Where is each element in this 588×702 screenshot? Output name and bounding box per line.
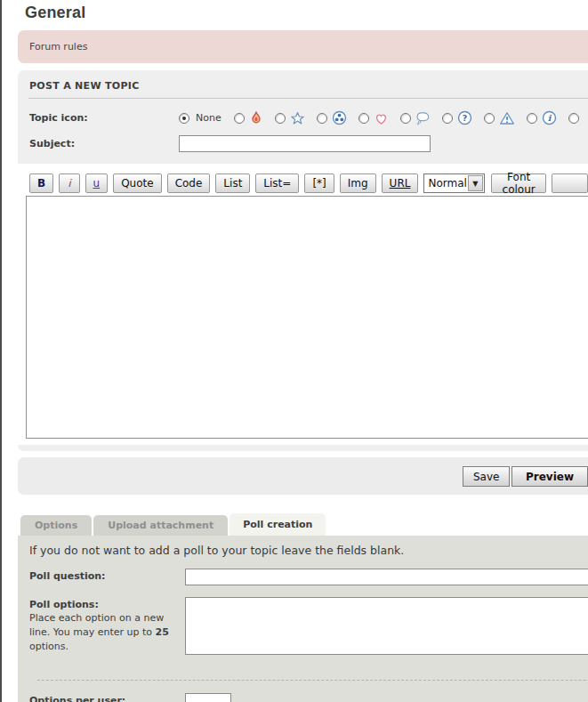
topic-icon-label: Topic icon: <box>29 112 179 124</box>
topic-icon-radio-heart[interactable] <box>358 113 369 124</box>
poll-question-row: Poll question: <box>28 569 588 585</box>
subject-input[interactable] <box>179 135 431 152</box>
balls-icon <box>332 110 347 125</box>
editor-panel-bottom <box>18 445 588 451</box>
topic-icon-list: None <box>179 110 588 125</box>
topic-icon-radio-bubble[interactable] <box>400 113 411 124</box>
tab-upload-attachment[interactable]: Upload attachment <box>93 515 228 536</box>
poll-intro-text: If you do not want to add a poll to your… <box>28 544 588 557</box>
forum-rules-label: Forum rules <box>29 41 87 52</box>
subject-label: Subject: <box>29 135 179 149</box>
toolbar-partial-button[interactable] <box>552 173 588 193</box>
options-per-user-input[interactable] <box>185 693 231 702</box>
page-title: General <box>25 4 588 22</box>
question-icon: ? <box>457 110 472 125</box>
topic-icon-option-bubble <box>400 110 431 125</box>
bbcode-toolbar: B i u Quote Code List List= [*] Img URL … <box>29 173 588 193</box>
topic-icon-option-star <box>275 111 305 125</box>
forum-rules-banner[interactable]: Forum rules <box>18 30 588 63</box>
italic-button[interactable]: i <box>59 173 79 193</box>
actions-panel: Save Preview <box>18 457 588 495</box>
topic-icon-row: Topic icon: None <box>28 99 588 129</box>
preview-button[interactable]: Preview <box>511 466 588 487</box>
svg-text:!: ! <box>505 115 509 124</box>
font-size-select[interactable]: Normal ▼ <box>423 173 484 193</box>
heart-icon <box>374 111 389 125</box>
topic-icon-option-question: ? <box>442 110 472 125</box>
poll-options-row: Poll options: Place each option on a new… <box>28 597 588 655</box>
fire-icon <box>249 111 263 125</box>
topic-icon-option-balls <box>317 110 347 125</box>
tab-bar: Options Upload attachment Poll creation <box>20 513 588 536</box>
poll-options-max: 25 <box>156 626 169 638</box>
list-eq-button[interactable]: List= <box>255 173 299 193</box>
topic-icon-none-label: None <box>196 112 222 124</box>
underline-button[interactable]: u <box>85 173 109 193</box>
poll-question-label: Poll question: <box>29 570 185 582</box>
topic-icon-radio-info[interactable] <box>527 113 537 124</box>
info-icon: i <box>542 110 557 125</box>
img-button[interactable]: Img <box>340 173 376 193</box>
tab-options[interactable]: Options <box>20 515 92 536</box>
star-icon <box>290 111 305 125</box>
poll-options-label: Poll options: <box>29 599 185 610</box>
list-button[interactable]: List <box>215 173 250 193</box>
post-form-panel: POST A NEW TOPIC Topic icon: None <box>18 70 588 164</box>
tab-poll-creation[interactable]: Poll creation <box>230 513 326 536</box>
warning-icon: ! <box>499 111 515 125</box>
options-per-user-row: Options per user: <box>28 693 588 702</box>
topic-icon-option-fire <box>234 111 263 125</box>
chevron-down-icon: ▼ <box>468 175 483 191</box>
code-button[interactable]: Code <box>167 173 211 193</box>
poll-options-textarea[interactable] <box>185 597 588 655</box>
options-per-user-label: Options per user: <box>29 695 185 702</box>
speech-bubble-icon <box>415 110 431 125</box>
poll-options-description: Place each option on a new line. You may… <box>29 611 181 654</box>
save-button[interactable]: Save <box>463 466 510 487</box>
list-item-button[interactable]: [*] <box>304 173 334 193</box>
svg-text:?: ? <box>462 113 467 123</box>
quote-button[interactable]: Quote <box>113 173 161 193</box>
bold-button[interactable]: B <box>29 173 53 193</box>
poll-options-desc-part1: Place each option on a new line. You may… <box>29 612 164 638</box>
topic-icon-radio-balls[interactable] <box>317 113 327 124</box>
topic-icon-option-warning: ! <box>484 111 515 125</box>
url-button[interactable]: URL <box>382 173 419 193</box>
topic-icon-option-info: i <box>527 110 557 125</box>
topic-icon-radio-none[interactable] <box>179 113 189 124</box>
topic-icon-radio-10[interactable] <box>568 113 579 124</box>
topic-icon-option-heart <box>358 111 389 125</box>
dashed-divider <box>37 680 588 681</box>
poll-options-desc-part2: options. <box>29 641 68 652</box>
topic-icon-radio-fire[interactable] <box>234 113 245 124</box>
post-topic-header: POST A NEW TOPIC <box>28 77 588 99</box>
posting-page: General Forum rules POST A NEW TOPIC Top… <box>0 0 588 702</box>
topic-icon-radio-warning[interactable] <box>484 113 495 124</box>
topic-icon-option-10 <box>568 113 579 124</box>
topic-icon-radio-question[interactable] <box>442 113 453 124</box>
font-size-selected-value: Normal <box>424 177 466 190</box>
message-textarea[interactable] <box>26 196 588 439</box>
poll-creation-panel: If you do not want to add a poll to your… <box>18 536 588 702</box>
font-colour-button[interactable]: Font colour <box>491 173 547 193</box>
poll-question-input[interactable] <box>185 569 588 585</box>
subject-row: Subject: <box>28 129 588 164</box>
topic-icon-radio-star[interactable] <box>275 113 286 124</box>
